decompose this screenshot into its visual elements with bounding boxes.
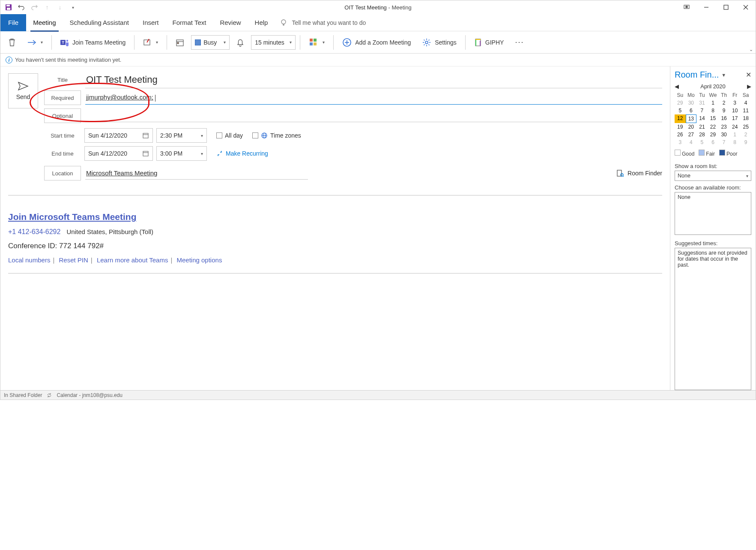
cal-day[interactable]: 4	[740, 99, 751, 107]
down-arrow-icon[interactable]: ↓	[54, 2, 66, 13]
reminder-select[interactable]: 15 minutes ▾	[251, 35, 296, 50]
cal-day[interactable]: 22	[708, 123, 719, 131]
cal-day[interactable]: 5	[696, 138, 708, 146]
delete-button[interactable]	[4, 34, 20, 51]
join-teams-link[interactable]: Join Microsoft Teams Meeting	[8, 212, 662, 222]
title-input[interactable]: OIT Test Meeting	[85, 72, 662, 88]
join-teams-button[interactable]: T Join Teams Meeting	[56, 34, 130, 51]
ribbon-expand-icon[interactable]: ⌄	[749, 47, 753, 52]
meeting-body[interactable]: Join Microsoft Teams Meeting +1 412-634-…	[0, 182, 670, 297]
dial-in-number[interactable]: +1 412-634-6292	[8, 228, 60, 235]
calendar-button[interactable]	[171, 34, 188, 51]
cal-prev-button[interactable]: ◀	[675, 83, 679, 90]
cal-day[interactable]: 30	[686, 99, 697, 107]
tab-file[interactable]: File	[0, 14, 26, 31]
meeting-options-link[interactable]: Meeting options	[176, 256, 222, 264]
cal-day[interactable]: 6	[686, 107, 697, 114]
cal-next-button[interactable]: ▶	[747, 83, 751, 90]
end-time-picker[interactable]: 3:00 PM▾	[156, 146, 207, 161]
required-input[interactable]: jjmurphy@outlook.com;	[85, 91, 662, 104]
calendar-grid[interactable]: SuMoTuWeThFrSa29303112345678910111213141…	[675, 91, 751, 146]
room-finder-close-button[interactable]: ✕	[746, 71, 751, 79]
cal-day[interactable]: 19	[675, 123, 686, 131]
more-button[interactable]: ···	[511, 34, 528, 51]
all-day-checkbox[interactable]: All day	[216, 132, 243, 139]
tab-review[interactable]: Review	[213, 14, 248, 31]
send-button[interactable]: Send	[8, 73, 38, 108]
cal-day[interactable]: 9	[718, 107, 729, 114]
cal-day[interactable]: 9	[740, 138, 751, 146]
cal-day[interactable]: 1	[708, 99, 719, 107]
undo-icon[interactable]	[16, 2, 27, 13]
appointment-button[interactable]: ▾	[139, 34, 162, 51]
giphy-button[interactable]: GIPHY	[470, 34, 508, 51]
cal-day[interactable]: 8	[708, 107, 719, 114]
cal-day[interactable]: 1	[729, 131, 741, 138]
cal-day[interactable]: 4	[686, 138, 697, 146]
cal-day[interactable]: 20	[686, 123, 697, 131]
location-button[interactable]: Location	[44, 166, 81, 180]
tell-me-input[interactable]: Tell me what you want to do	[292, 19, 366, 26]
cal-day[interactable]: 6	[708, 138, 719, 146]
cal-day[interactable]: 8	[729, 138, 741, 146]
optional-input[interactable]	[85, 109, 662, 122]
cal-day[interactable]: 21	[696, 123, 708, 131]
available-room-list[interactable]: None	[675, 192, 751, 235]
cal-day[interactable]: 5	[675, 107, 686, 114]
redo-icon[interactable]	[29, 2, 40, 13]
cal-day[interactable]: 17	[729, 114, 741, 123]
tab-format-text[interactable]: Format Text	[165, 14, 213, 31]
save-icon[interactable]	[3, 2, 14, 13]
local-numbers-link[interactable]: Local numbers	[8, 256, 50, 264]
cal-day[interactable]: 31	[696, 99, 708, 107]
make-recurring-button[interactable]: Make Recurring	[216, 150, 268, 157]
ribbon-display-icon[interactable]	[677, 0, 696, 14]
cal-day[interactable]: 13	[686, 114, 697, 123]
location-input[interactable]: Microsoft Teams Meeting	[85, 167, 308, 180]
cal-day[interactable]: 30	[718, 131, 729, 138]
cal-day[interactable]: 23	[718, 123, 729, 131]
start-time-picker[interactable]: 2:30 PM▾	[156, 128, 207, 143]
room-list-select[interactable]: None▾	[675, 171, 751, 181]
close-button[interactable]	[736, 0, 756, 14]
tab-scheduling-assistant[interactable]: Scheduling Assistant	[63, 14, 136, 31]
cal-day[interactable]: 7	[696, 107, 708, 114]
cal-day[interactable]: 25	[740, 123, 751, 131]
cal-day[interactable]: 29	[675, 99, 686, 107]
cal-day[interactable]: 3	[729, 99, 741, 107]
cal-day[interactable]: 7	[718, 138, 729, 146]
time-zones-checkbox[interactable]: Time zones	[252, 132, 301, 139]
tab-help[interactable]: Help	[248, 14, 275, 31]
cal-day[interactable]: 18	[740, 114, 751, 123]
end-date-picker[interactable]: Sun 4/12/2020	[84, 146, 153, 161]
add-zoom-button[interactable]: Add a Zoom Meeting	[338, 34, 415, 51]
cal-day[interactable]: 27	[686, 131, 697, 138]
cal-day[interactable]: 16	[718, 114, 729, 123]
tab-insert[interactable]: Insert	[136, 14, 166, 31]
forward-button[interactable]: ▾	[23, 34, 47, 51]
show-as-select[interactable]: Busy ▾	[191, 35, 230, 50]
reminder-bell-button[interactable]	[232, 34, 248, 51]
cal-day[interactable]: 29	[708, 131, 719, 138]
room-finder-button[interactable]: Room Finder	[616, 169, 662, 177]
cal-day[interactable]: 3	[675, 138, 686, 146]
minimize-button[interactable]	[696, 0, 716, 14]
cal-day[interactable]: 15	[708, 114, 719, 123]
learn-more-link[interactable]: Learn more about Teams	[97, 256, 168, 264]
cal-day[interactable]: 10	[729, 107, 741, 114]
cal-day[interactable]: 2	[718, 99, 729, 107]
cal-day[interactable]: 24	[729, 123, 741, 131]
cal-day[interactable]: 11	[740, 107, 751, 114]
cal-day[interactable]: 12	[675, 114, 686, 123]
cal-day[interactable]: 28	[696, 131, 708, 138]
cal-day[interactable]: 14	[696, 114, 708, 123]
categorize-button[interactable]: ▾	[305, 34, 329, 51]
cal-day[interactable]: 2	[740, 131, 751, 138]
tab-meeting[interactable]: Meeting	[26, 14, 63, 31]
maximize-button[interactable]	[716, 0, 736, 14]
start-date-picker[interactable]: Sun 4/12/2020	[84, 128, 153, 143]
optional-button[interactable]: Optional	[44, 108, 81, 123]
settings-button[interactable]: Settings	[418, 34, 461, 51]
required-button[interactable]: Required	[44, 90, 81, 105]
qat-customize-icon[interactable]: ▾	[67, 2, 78, 13]
